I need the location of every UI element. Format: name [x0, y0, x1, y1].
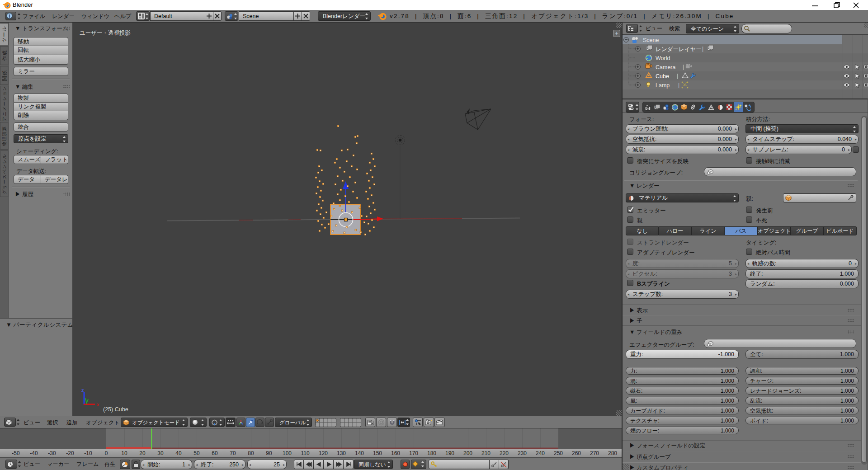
svg-text:|: | [683, 64, 684, 70]
svg-text:|: | [678, 82, 679, 88]
svg-text:World: World [656, 55, 670, 61]
svg-text:|: | [702, 46, 703, 52]
svg-text:i: i [9, 14, 10, 19]
svg-text:Cube: Cube [656, 73, 669, 80]
svg-text:レンダーレイヤー: レンダーレイヤー [656, 46, 702, 52]
svg-text:|: | [677, 73, 678, 79]
svg-text:x: x [97, 402, 99, 407]
svg-text:Scene: Scene [643, 37, 659, 43]
svg-text:Camera: Camera [656, 64, 676, 70]
svg-text:z: z [81, 387, 84, 393]
svg-text:Lamp: Lamp [656, 82, 670, 89]
